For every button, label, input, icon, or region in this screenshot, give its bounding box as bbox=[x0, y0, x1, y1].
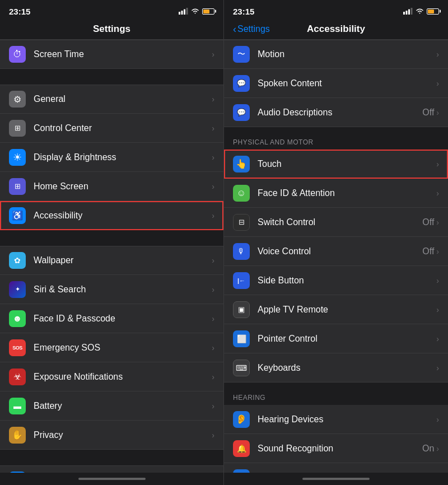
svg-rect-7 bbox=[411, 8, 413, 15]
acc-section-vision: 〜 Motion › 💬 Spoken Content › 💬 Audio De… bbox=[224, 40, 448, 127]
signal-icon-right bbox=[403, 8, 413, 15]
chevron-display: › bbox=[212, 153, 214, 162]
accessibility-icon: ♿ bbox=[9, 207, 26, 224]
exposure-icon: ☣ bbox=[9, 369, 26, 385]
voice-control-icon: 🎙 bbox=[233, 243, 250, 260]
settings-item-general[interactable]: ⚙ General › bbox=[0, 85, 223, 114]
acc-item-switch-control[interactable]: ⊟ Switch Control Off › bbox=[224, 208, 448, 237]
acc-item-sound-recognition[interactable]: 🔔 Sound Recognition On › bbox=[224, 434, 448, 463]
chevron-spoken: › bbox=[436, 79, 439, 88]
time-right: 23:15 bbox=[233, 7, 254, 16]
acc-item-hearing-devices[interactable]: 👂 Hearing Devices › bbox=[224, 405, 448, 434]
status-bar-left: 23:15 bbox=[0, 0, 223, 20]
voice-control-value: Off bbox=[422, 246, 434, 257]
left-panel-title: Settings bbox=[93, 24, 130, 34]
sos-label: Emergency SOS bbox=[34, 343, 209, 353]
signal-icon bbox=[179, 8, 188, 15]
home-screen-label: Home Screen bbox=[34, 181, 209, 192]
screen-time-icon: ⏱ bbox=[9, 46, 26, 63]
display-label: Display & Brightness bbox=[34, 152, 209, 162]
acc-item-voice-control[interactable]: 🎙 Voice Control Off › bbox=[224, 237, 448, 266]
audio-desc-icon: 💬 bbox=[233, 104, 250, 121]
chevron-motion: › bbox=[436, 50, 439, 59]
face-id-label: Face ID & Passcode bbox=[34, 314, 209, 324]
left-panel: 23:15 Settings bbox=[0, 0, 224, 485]
settings-item-screen-time[interactable]: ⏱ Screen Time › bbox=[0, 40, 223, 69]
accessibility-list: 〜 Motion › 💬 Spoken Content › 💬 Audio De… bbox=[224, 40, 448, 473]
apple-tv-icon: ▣ bbox=[233, 301, 250, 318]
chevron-screen-time: › bbox=[212, 50, 214, 59]
face-id-att-label: Face ID & Attention bbox=[258, 188, 436, 198]
chevron-general: › bbox=[212, 95, 214, 104]
wallpaper-icon: ✿ bbox=[9, 252, 26, 269]
accessibility-label: Accessibility bbox=[34, 211, 209, 221]
settings-list: ⏱ Screen Time › ⚙ General › ⊞ Control Ce… bbox=[0, 40, 223, 473]
battery-icon-right bbox=[427, 8, 439, 15]
acc-item-apple-tv[interactable]: ▣ Apple TV Remote › bbox=[224, 295, 448, 324]
chevron-sos: › bbox=[212, 343, 214, 352]
settings-item-exposure[interactable]: ☣ Exposure Notifications › bbox=[0, 362, 223, 391]
acc-item-side-button[interactable]: |← Side Button › bbox=[224, 266, 448, 295]
exposure-label: Exposure Notifications bbox=[34, 372, 209, 382]
acc-item-face-id-attention[interactable]: ☺ Face ID & Attention › bbox=[224, 179, 448, 208]
motion-label: Motion bbox=[258, 49, 436, 59]
settings-item-wallpaper[interactable]: ✿ Wallpaper › bbox=[0, 246, 223, 275]
left-nav-header: Settings bbox=[0, 20, 223, 40]
right-panel-title: Accessibility bbox=[307, 24, 365, 35]
settings-item-siri[interactable]: ✦ Siri & Search › bbox=[0, 275, 223, 304]
divider-3 bbox=[0, 450, 223, 465]
chevron-touch: › bbox=[436, 160, 439, 169]
hearing-devices-label: Hearing Devices bbox=[258, 414, 436, 425]
settings-item-home-screen[interactable]: ⊞ Home Screen › bbox=[0, 172, 223, 201]
settings-item-control-center[interactable]: ⊞ Control Center › bbox=[0, 114, 223, 143]
svg-rect-5 bbox=[406, 11, 408, 15]
divider-2 bbox=[0, 230, 223, 246]
sound-rec-value: On bbox=[422, 444, 434, 454]
acc-item-audio-desc[interactable]: 💬 Audio Descriptions Off › bbox=[224, 98, 448, 127]
screen-time-label: Screen Time bbox=[34, 49, 209, 59]
home-bar-left bbox=[78, 478, 146, 480]
settings-group-2: ⚙ General › ⊞ Control Center › ☀ Display… bbox=[0, 85, 223, 230]
control-center-icon: ⊞ bbox=[9, 120, 26, 137]
acc-item-motion[interactable]: 〜 Motion › bbox=[224, 40, 448, 69]
settings-item-sos[interactable]: SOS Emergency SOS › bbox=[0, 333, 223, 362]
svg-rect-6 bbox=[408, 10, 410, 15]
right-panel: 23:15 ‹ Settings Acc bbox=[224, 0, 448, 485]
settings-item-app-store[interactable]: A App Store › bbox=[0, 465, 223, 473]
back-chevron-icon: ‹ bbox=[233, 24, 236, 35]
acc-item-pointer[interactable]: ⬜ Pointer Control › bbox=[224, 324, 448, 353]
right-nav-header: ‹ Settings Accessibility bbox=[224, 20, 448, 40]
chevron-tv: › bbox=[436, 305, 439, 314]
svg-rect-3 bbox=[186, 8, 188, 15]
keyboards-icon: ⌨ bbox=[233, 360, 250, 376]
touch-label: Touch bbox=[258, 159, 436, 169]
voice-control-label: Voice Control bbox=[258, 246, 422, 257]
privacy-icon: ✋ bbox=[9, 427, 26, 444]
settings-item-display[interactable]: ☀ Display & Brightness › bbox=[0, 143, 223, 172]
sound-rec-icon: 🔔 bbox=[233, 440, 250, 457]
acc-item-audio-visual[interactable]: 🔊 Audio/Visual › bbox=[224, 463, 448, 473]
battery-icon-left bbox=[202, 8, 214, 15]
back-button[interactable]: ‹ Settings bbox=[233, 24, 270, 35]
hearing-devices-icon: 👂 bbox=[233, 411, 250, 428]
display-icon: ☀ bbox=[9, 149, 26, 166]
spoken-label: Spoken Content bbox=[258, 78, 436, 88]
settings-item-battery[interactable]: ▬ Battery › bbox=[0, 391, 223, 421]
chevron-wallpaper: › bbox=[212, 256, 214, 265]
physical-motor-header: PHYSICAL AND MOTOR bbox=[224, 127, 448, 150]
switch-control-value: Off bbox=[422, 217, 434, 227]
chevron-side: › bbox=[436, 276, 439, 285]
settings-item-face-id[interactable]: ☻ Face ID & Passcode › bbox=[0, 304, 223, 333]
acc-item-spoken-content[interactable]: 💬 Spoken Content › bbox=[224, 69, 448, 98]
control-center-label: Control Center bbox=[34, 123, 209, 133]
svg-rect-4 bbox=[403, 12, 405, 15]
audio-visual-label: Audio/Visual bbox=[258, 473, 436, 473]
switch-control-label: Switch Control bbox=[258, 217, 422, 227]
acc-item-touch[interactable]: 👆 Touch › bbox=[224, 150, 448, 179]
spoken-icon: 💬 bbox=[233, 75, 250, 92]
acc-item-keyboards[interactable]: ⌨ Keyboards › bbox=[224, 353, 448, 383]
settings-item-privacy[interactable]: ✋ Privacy › bbox=[0, 421, 223, 450]
face-id-icon: ☻ bbox=[9, 310, 26, 327]
settings-item-accessibility[interactable]: ♿ Accessibility › bbox=[0, 201, 223, 230]
settings-group-3: ✿ Wallpaper › ✦ Siri & Search › ☻ Face I… bbox=[0, 246, 223, 450]
